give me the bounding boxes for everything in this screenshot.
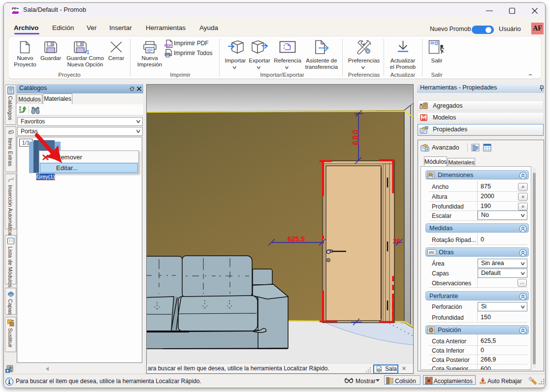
svg-text:+1: +1	[84, 50, 89, 55]
svg-text:600: 600	[352, 129, 360, 145]
svg-text:625,5: 625,5	[288, 235, 305, 243]
svg-text:PP+: PP+	[12, 6, 19, 11]
svg-text:26: 26	[393, 237, 401, 245]
svg-text:PDF: PDF	[164, 44, 172, 47]
